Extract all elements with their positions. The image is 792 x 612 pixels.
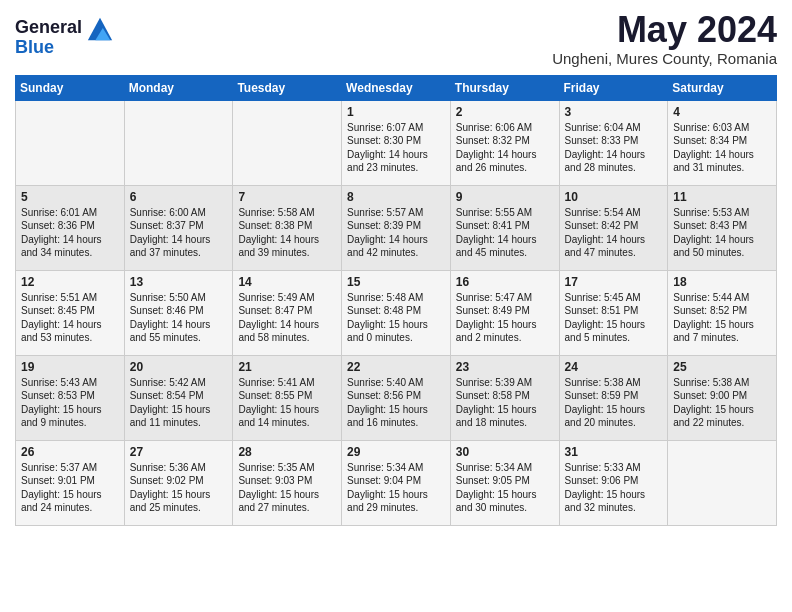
calendar-cell: 17Sunrise: 5:45 AM Sunset: 8:51 PM Dayli… [559,270,668,355]
cell-info: Sunrise: 5:42 AM Sunset: 8:54 PM Dayligh… [130,376,228,430]
header-cell-friday: Friday [559,75,668,100]
cell-info: Sunrise: 5:54 AM Sunset: 8:42 PM Dayligh… [565,206,663,260]
logo-icon [86,14,114,42]
week-row-3: 12Sunrise: 5:51 AM Sunset: 8:45 PM Dayli… [16,270,777,355]
calendar-cell: 5Sunrise: 6:01 AM Sunset: 8:36 PM Daylig… [16,185,125,270]
calendar-cell: 30Sunrise: 5:34 AM Sunset: 9:05 PM Dayli… [450,440,559,525]
cell-info: Sunrise: 5:58 AM Sunset: 8:38 PM Dayligh… [238,206,336,260]
day-number: 24 [565,360,663,374]
cell-info: Sunrise: 6:03 AM Sunset: 8:34 PM Dayligh… [673,121,771,175]
calendar-cell: 19Sunrise: 5:43 AM Sunset: 8:53 PM Dayli… [16,355,125,440]
cell-info: Sunrise: 6:00 AM Sunset: 8:37 PM Dayligh… [130,206,228,260]
calendar-cell: 6Sunrise: 6:00 AM Sunset: 8:37 PM Daylig… [124,185,233,270]
day-number: 5 [21,190,119,204]
calendar-cell: 24Sunrise: 5:38 AM Sunset: 8:59 PM Dayli… [559,355,668,440]
cell-info: Sunrise: 5:34 AM Sunset: 9:05 PM Dayligh… [456,461,554,515]
calendar-cell: 7Sunrise: 5:58 AM Sunset: 8:38 PM Daylig… [233,185,342,270]
day-number: 25 [673,360,771,374]
day-number: 16 [456,275,554,289]
day-number: 31 [565,445,663,459]
calendar-cell: 16Sunrise: 5:47 AM Sunset: 8:49 PM Dayli… [450,270,559,355]
calendar-cell: 23Sunrise: 5:39 AM Sunset: 8:58 PM Dayli… [450,355,559,440]
calendar-cell: 21Sunrise: 5:41 AM Sunset: 8:55 PM Dayli… [233,355,342,440]
day-number: 22 [347,360,445,374]
calendar-cell: 25Sunrise: 5:38 AM Sunset: 9:00 PM Dayli… [668,355,777,440]
cell-info: Sunrise: 5:40 AM Sunset: 8:56 PM Dayligh… [347,376,445,430]
week-row-5: 26Sunrise: 5:37 AM Sunset: 9:01 PM Dayli… [16,440,777,525]
day-number: 29 [347,445,445,459]
cell-info: Sunrise: 5:39 AM Sunset: 8:58 PM Dayligh… [456,376,554,430]
day-number: 21 [238,360,336,374]
cell-info: Sunrise: 5:34 AM Sunset: 9:04 PM Dayligh… [347,461,445,515]
cell-info: Sunrise: 5:38 AM Sunset: 9:00 PM Dayligh… [673,376,771,430]
day-number: 19 [21,360,119,374]
calendar-cell: 8Sunrise: 5:57 AM Sunset: 8:39 PM Daylig… [342,185,451,270]
calendar-cell [668,440,777,525]
day-number: 14 [238,275,336,289]
day-number: 6 [130,190,228,204]
cell-info: Sunrise: 5:38 AM Sunset: 8:59 PM Dayligh… [565,376,663,430]
calendar-cell: 26Sunrise: 5:37 AM Sunset: 9:01 PM Dayli… [16,440,125,525]
calendar-cell: 31Sunrise: 5:33 AM Sunset: 9:06 PM Dayli… [559,440,668,525]
day-number: 20 [130,360,228,374]
day-number: 10 [565,190,663,204]
cell-info: Sunrise: 5:47 AM Sunset: 8:49 PM Dayligh… [456,291,554,345]
calendar-cell: 4Sunrise: 6:03 AM Sunset: 8:34 PM Daylig… [668,100,777,185]
logo: General Blue [15,14,114,58]
day-number: 8 [347,190,445,204]
calendar-cell: 12Sunrise: 5:51 AM Sunset: 8:45 PM Dayli… [16,270,125,355]
day-number: 9 [456,190,554,204]
day-number: 11 [673,190,771,204]
calendar-cell: 15Sunrise: 5:48 AM Sunset: 8:48 PM Dayli… [342,270,451,355]
calendar-cell: 11Sunrise: 5:53 AM Sunset: 8:43 PM Dayli… [668,185,777,270]
cell-info: Sunrise: 5:41 AM Sunset: 8:55 PM Dayligh… [238,376,336,430]
calendar-cell: 14Sunrise: 5:49 AM Sunset: 8:47 PM Dayli… [233,270,342,355]
day-number: 13 [130,275,228,289]
cell-info: Sunrise: 5:53 AM Sunset: 8:43 PM Dayligh… [673,206,771,260]
header-row: SundayMondayTuesdayWednesdayThursdayFrid… [16,75,777,100]
cell-info: Sunrise: 6:01 AM Sunset: 8:36 PM Dayligh… [21,206,119,260]
header-cell-saturday: Saturday [668,75,777,100]
calendar-cell: 20Sunrise: 5:42 AM Sunset: 8:54 PM Dayli… [124,355,233,440]
logo-general: General [15,18,82,38]
cell-info: Sunrise: 5:37 AM Sunset: 9:01 PM Dayligh… [21,461,119,515]
day-number: 23 [456,360,554,374]
cell-info: Sunrise: 5:43 AM Sunset: 8:53 PM Dayligh… [21,376,119,430]
cell-info: Sunrise: 5:49 AM Sunset: 8:47 PM Dayligh… [238,291,336,345]
day-number: 28 [238,445,336,459]
cell-info: Sunrise: 5:44 AM Sunset: 8:52 PM Dayligh… [673,291,771,345]
header-cell-wednesday: Wednesday [342,75,451,100]
cell-info: Sunrise: 5:55 AM Sunset: 8:41 PM Dayligh… [456,206,554,260]
calendar-cell: 10Sunrise: 5:54 AM Sunset: 8:42 PM Dayli… [559,185,668,270]
calendar-cell: 3Sunrise: 6:04 AM Sunset: 8:33 PM Daylig… [559,100,668,185]
cell-info: Sunrise: 5:35 AM Sunset: 9:03 PM Dayligh… [238,461,336,515]
day-number: 26 [21,445,119,459]
day-number: 17 [565,275,663,289]
day-number: 7 [238,190,336,204]
week-row-1: 1Sunrise: 6:07 AM Sunset: 8:30 PM Daylig… [16,100,777,185]
day-number: 3 [565,105,663,119]
cell-info: Sunrise: 5:36 AM Sunset: 9:02 PM Dayligh… [130,461,228,515]
cell-info: Sunrise: 5:57 AM Sunset: 8:39 PM Dayligh… [347,206,445,260]
day-number: 2 [456,105,554,119]
day-number: 15 [347,275,445,289]
day-number: 1 [347,105,445,119]
calendar-cell [16,100,125,185]
calendar-cell: 2Sunrise: 6:06 AM Sunset: 8:32 PM Daylig… [450,100,559,185]
calendar-cell: 13Sunrise: 5:50 AM Sunset: 8:46 PM Dayli… [124,270,233,355]
cell-info: Sunrise: 6:07 AM Sunset: 8:30 PM Dayligh… [347,121,445,175]
calendar-cell: 27Sunrise: 5:36 AM Sunset: 9:02 PM Dayli… [124,440,233,525]
day-number: 18 [673,275,771,289]
week-row-2: 5Sunrise: 6:01 AM Sunset: 8:36 PM Daylig… [16,185,777,270]
cell-info: Sunrise: 5:51 AM Sunset: 8:45 PM Dayligh… [21,291,119,345]
title-block: May 2024 Ungheni, Mures County, Romania [552,10,777,67]
calendar-cell: 28Sunrise: 5:35 AM Sunset: 9:03 PM Dayli… [233,440,342,525]
cell-info: Sunrise: 6:06 AM Sunset: 8:32 PM Dayligh… [456,121,554,175]
cell-info: Sunrise: 5:48 AM Sunset: 8:48 PM Dayligh… [347,291,445,345]
calendar-table: SundayMondayTuesdayWednesdayThursdayFrid… [15,75,777,526]
calendar-cell: 22Sunrise: 5:40 AM Sunset: 8:56 PM Dayli… [342,355,451,440]
header-cell-thursday: Thursday [450,75,559,100]
cell-info: Sunrise: 5:33 AM Sunset: 9:06 PM Dayligh… [565,461,663,515]
calendar-cell [124,100,233,185]
cell-info: Sunrise: 5:50 AM Sunset: 8:46 PM Dayligh… [130,291,228,345]
